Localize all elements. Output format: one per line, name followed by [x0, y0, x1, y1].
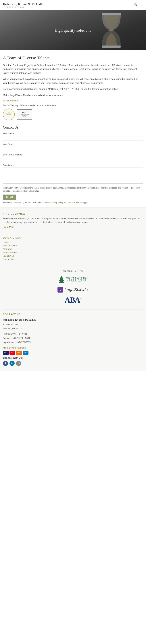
phone-input[interactable] [3, 157, 143, 162]
list-item: LegalShield [3, 255, 143, 257]
svg-marker-3 [59, 276, 64, 283]
main-para4: Maine LegalShield Members should call us… [3, 93, 143, 97]
visa-card-icon: VISA [3, 351, 9, 355]
ls-badge-icon: L [57, 287, 63, 292]
list-item: Practice Areas [3, 251, 143, 254]
recaptcha-text: This site is protected by reCAPTCHA and … [3, 202, 51, 204]
badge-gold: ⭐ GOLD BEST AWARD [3, 108, 15, 120]
contact-address1: 12 Portland Pier [3, 323, 143, 327]
hero-text: High quality solutions [55, 28, 91, 32]
list-item: Contact Us [3, 258, 143, 261]
svg-rect-0 [102, 13, 121, 15]
bests-text: Best's Directory of Recommended Insuranc… [3, 104, 143, 107]
firm-subtitle: ATTORNEYS AT LAW [3, 6, 46, 8]
contact-info: Robinson, Kriger & McCallum 12 Portland … [3, 318, 143, 355]
main-headline: A Team of Diverse Talents [3, 56, 143, 60]
facebook-icon[interactable]: f [3, 361, 8, 366]
footer-quick-links: QUICK LINKS Home About the Firm Attorney… [3, 236, 143, 261]
fax-number: (207) 773 – 5001 [13, 337, 30, 340]
nav-about[interactable]: About the Firm [3, 244, 143, 247]
email-group: Your Email: [3, 143, 143, 151]
name-input[interactable] [3, 136, 143, 141]
pine-tree-icon [58, 276, 65, 283]
linkedin-icon[interactable]: in [10, 361, 15, 366]
aba-letters: ABA™ [65, 296, 82, 304]
learn-more-link[interactable]: Learn More [3, 226, 14, 228]
fax-label: Facsimile: [3, 337, 13, 340]
search-icon[interactable]: 🔍 [134, 3, 138, 7]
firm-overview-title: FIRM OVERVIEW [3, 212, 143, 215]
footer-divider2 [3, 265, 143, 265]
nav-attorneys[interactable]: Attorneys [3, 248, 143, 250]
mastercard-icon: MC [10, 351, 15, 355]
question-label: Question [3, 164, 143, 166]
main-para2: When you meet with an attorney at our fi… [3, 77, 143, 85]
ls-trademark: ® [87, 289, 88, 291]
svg-rect-4 [61, 282, 62, 283]
svg-rect-1 [102, 46, 121, 48]
terms-link[interactable]: Terms of Service [67, 202, 83, 204]
list-item: Attorneys [3, 248, 143, 250]
nav-practice[interactable]: Practice Areas [3, 251, 143, 254]
award-badges: ⭐ GOLD BEST AWARD BEST Recommended Attor… [3, 108, 143, 120]
make-payment-link[interactable]: Make Secure Payment: [3, 346, 143, 350]
footer-divider1 [3, 233, 143, 233]
firm-overview-link[interactable]: Firm Overview [3, 99, 18, 102]
email-icon[interactable]: ✉ [16, 361, 21, 366]
list-item: Home [3, 241, 143, 244]
recaptcha-notice: This site is protected by reCAPTCHA and … [3, 202, 143, 204]
contact-us-title: CONTACT US [3, 313, 143, 316]
amex-card-icon: AMEX [23, 351, 28, 355]
phone-label: Phone: [3, 332, 10, 335]
aba-logo: ABA™ [3, 296, 143, 304]
nav-contact[interactable]: Contact Us [3, 258, 143, 261]
social-icons: f in ✉ [3, 361, 143, 366]
logo: Robinson, Kriger & McCallum ATTORNEYS AT… [3, 2, 46, 8]
footer: FIRM OVERVIEW The law firm of Robinson, … [0, 208, 146, 371]
aba-trademark: ™ [80, 298, 82, 300]
main-para3: For a consultation with Robinson, Kriger… [3, 87, 143, 91]
phone-number: (207) 772 – 6565 [10, 332, 27, 335]
hourglass-icon [100, 13, 122, 48]
header-actions: 🔍 ☰ [134, 3, 143, 7]
hero-tagline: High quality solutions [55, 28, 91, 32]
question-textarea[interactable] [3, 167, 143, 184]
email-label: Your Email: [3, 143, 143, 146]
ls-name: LegalShield [64, 288, 85, 292]
msb-text-sub: ASSOCIATION [66, 279, 88, 281]
menu-icon[interactable]: ☰ [140, 3, 143, 7]
nav-legalshield[interactable]: LegalShield [3, 255, 143, 257]
contact-legal: LegalShield: (207) 772-5335 [3, 340, 143, 344]
main-para1: Our firm, Robinson, Kriger & McCallum, l… [3, 63, 143, 75]
hero-section: High quality solutions [0, 10, 146, 50]
quick-links-title: QUICK LINKS [3, 236, 143, 239]
nav-home[interactable]: Home [3, 241, 143, 244]
contact-phone: Phone: (207) 772 – 6565 [3, 332, 143, 336]
contact-firm-name: Robinson, Kriger & McCallum [3, 318, 143, 322]
badge-best: BEST Recommended Attorneys 2021 [17, 109, 32, 120]
msb-icon: Maine State Bar ASSOCIATION Founded in 1… [58, 276, 88, 283]
name-label: Your Name: [3, 132, 143, 135]
privacy-link[interactable]: Privacy Policy [51, 202, 63, 204]
phone-label: Best Phone Number: [3, 154, 143, 156]
firm-overview-text: The law firm of Robinson, Kriger & McCal… [3, 217, 143, 224]
send-button[interactable]: SEND [3, 194, 16, 200]
discover-card-icon: DISC [16, 351, 22, 355]
legalshield-logo: L LegalShield® [3, 287, 143, 292]
footer-divider3 [3, 309, 143, 310]
main-content: A Team of Diverse Talents Our firm, Robi… [0, 50, 146, 207]
connect-title: Connect With Us! [3, 356, 143, 359]
footer-contact: CONTACT US Robinson, Kriger & McCallum 1… [3, 313, 143, 366]
footer-firm-overview: FIRM OVERVIEW The law firm of Robinson, … [3, 212, 143, 228]
and-text: and [63, 202, 67, 204]
contact-title: Contact Us [3, 126, 143, 130]
question-group: Question [3, 164, 143, 184]
footer-memberships: MEMBERSHIPS Maine State Bar ASSOCIATION … [3, 270, 143, 304]
site-header: Robinson, Kriger & McCallum ATTORNEYS AT… [0, 0, 146, 10]
firm-name: Robinson, Kriger & McCallum [3, 2, 46, 6]
msb-text-main: Maine State Bar [66, 276, 88, 279]
form-notice: Information on this website is for gener… [3, 186, 143, 192]
contact-fax: Facsimile: (207) 773 – 5001 [3, 336, 143, 340]
email-input[interactable] [3, 146, 143, 151]
legal-label: LegalShield: [3, 341, 15, 344]
